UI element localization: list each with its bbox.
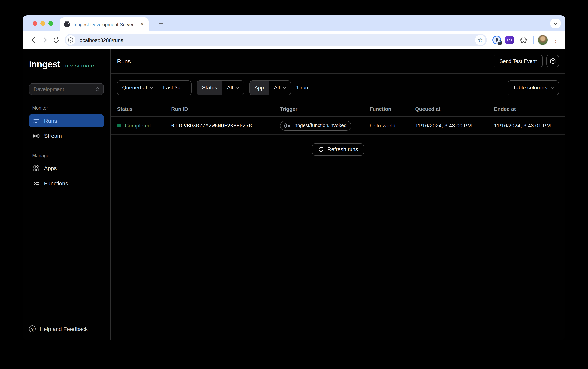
run-id-cell[interactable]: 01JCVBDXRZZY2W6NQFVKBEPZ7R xyxy=(171,122,280,129)
chevron-down-icon xyxy=(554,20,557,25)
sidebar-section-manage: Manage xyxy=(32,153,104,158)
sidebar-item-functions[interactable]: Functions xyxy=(29,177,104,190)
sidebar-item-stream[interactable]: Stream xyxy=(29,129,104,142)
status-filter-label-seg: Status xyxy=(197,80,222,95)
close-window-button[interactable] xyxy=(32,21,37,26)
tab-search-button[interactable] xyxy=(550,19,561,28)
function-cell: hello-world xyxy=(369,122,415,129)
help-label: Help and Feedback xyxy=(40,326,88,332)
sidebar-item-label: Stream xyxy=(44,133,62,139)
sidebar-item-runs[interactable]: Runs xyxy=(29,114,104,128)
table-row[interactable]: Completed 01JCVBDXRZZY2W6NQFVKBEPZ7R xyxy=(111,117,565,135)
app-filter-group: App All xyxy=(249,80,291,95)
minimize-window-button[interactable] xyxy=(41,21,45,26)
extensions-puzzle-icon[interactable] xyxy=(518,34,529,46)
refresh-runs-button[interactable]: Refresh runs xyxy=(312,143,364,156)
table-header: Status Run ID Trigger Function Queued at… xyxy=(111,102,565,117)
desktop: Inngest Development Server ✕ + xyxy=(0,0,588,369)
time-range-dropdown[interactable]: Last 3d xyxy=(158,80,191,95)
chevron-down-icon xyxy=(235,85,240,89)
sidebar: inngest DEV SERVER Development Monitor xyxy=(23,49,111,340)
inngest-logo: inngest xyxy=(29,59,60,70)
tab-title: Inngest Development Server xyxy=(73,21,136,27)
sidebar-item-label: Runs xyxy=(44,118,57,124)
status-text: Completed xyxy=(125,122,151,129)
help-and-feedback[interactable]: ? Help and Feedback xyxy=(29,325,88,332)
forward-button[interactable] xyxy=(39,34,50,46)
ended-at-cell: 11/16/2024, 3:43:01 PM xyxy=(494,122,565,129)
dev-server-badge: DEV SERVER xyxy=(63,63,94,68)
browser-tab[interactable]: Inngest Development Server ✕ xyxy=(60,17,149,31)
select-updown-icon xyxy=(95,87,99,91)
page-title: Runs xyxy=(117,58,494,64)
time-field-dropdown[interactable]: Queued at xyxy=(117,80,158,95)
password-manager-extension-icon[interactable] xyxy=(493,36,501,44)
time-filter-group: Queued at Last 3d xyxy=(117,80,192,95)
toolbar-divider xyxy=(533,36,534,44)
reload-button[interactable] xyxy=(50,34,62,46)
app-filter-value: All xyxy=(274,85,280,91)
status-filter-label: Status xyxy=(202,85,217,91)
refresh-runs-label: Refresh runs xyxy=(327,147,358,152)
trigger-event-pill[interactable]: inngest/function.invoked xyxy=(280,120,351,130)
window-controls xyxy=(32,21,53,26)
url-text[interactable]: localhost:8288/runs xyxy=(78,37,475,43)
browser-toolbar: localhost:8288/runs ☆ ⋮ xyxy=(23,31,565,49)
column-header-queued-at: Queued at xyxy=(415,106,494,112)
app-filter-dropdown[interactable]: All xyxy=(269,80,290,95)
main-content: Runs Send Test Event Queued at xyxy=(111,49,565,340)
site-info-icon[interactable] xyxy=(66,35,75,45)
url-bar[interactable]: localhost:8288/runs ☆ xyxy=(65,34,487,46)
status-filter-dropdown[interactable]: All xyxy=(222,80,244,95)
runs-list-icon xyxy=(33,117,40,124)
inngest-app: inngest DEV SERVER Development Monitor xyxy=(23,49,565,340)
column-header-trigger: Trigger xyxy=(280,106,369,112)
settings-gear-button[interactable] xyxy=(546,55,559,67)
column-header-function: Function xyxy=(369,106,415,112)
queued-at-cell: 11/16/2024, 3:43:00 PM xyxy=(415,122,494,129)
back-button[interactable] xyxy=(28,34,39,46)
bookmark-star-icon[interactable]: ☆ xyxy=(475,35,485,45)
column-header-ended-at: Ended at xyxy=(494,106,565,112)
app-filter-label-seg: App xyxy=(250,80,269,95)
chevron-down-icon xyxy=(183,85,187,89)
environment-select[interactable]: Development xyxy=(29,83,104,95)
status-completed-dot-icon xyxy=(117,123,121,128)
sidebar-item-label: Apps xyxy=(44,165,57,171)
zoom-window-button[interactable] xyxy=(48,21,53,26)
sidebar-item-label: Functions xyxy=(44,180,68,187)
column-header-run-id: Run ID xyxy=(171,106,280,112)
table-columns-label: Table columns xyxy=(513,85,547,91)
time-field-label: Queued at xyxy=(122,85,147,91)
tab-close-icon[interactable]: ✕ xyxy=(140,22,145,27)
functions-icon xyxy=(33,180,40,187)
column-header-status: Status xyxy=(117,106,171,112)
purple-extension-icon[interactable] xyxy=(505,36,514,44)
trigger-event-name: inngest/function.invoked xyxy=(294,123,346,128)
new-tab-button[interactable]: + xyxy=(156,19,166,29)
app-filter-label: App xyxy=(254,85,264,91)
send-test-event-button[interactable]: Send Test Event xyxy=(494,55,543,67)
status-filter-group: Status All xyxy=(197,80,244,95)
sidebar-item-apps[interactable]: Apps xyxy=(29,161,104,175)
refresh-area: Refresh runs xyxy=(111,143,565,156)
profile-avatar[interactable] xyxy=(538,35,548,45)
logo-row: inngest DEV SERVER xyxy=(29,59,104,70)
sidebar-section-monitor: Monitor xyxy=(32,105,104,111)
chevron-down-icon xyxy=(283,85,286,89)
time-range-value: Last 3d xyxy=(163,85,181,91)
refresh-icon xyxy=(318,147,324,152)
run-id-text: 01JCVBDXRZZY2W6NQFVKBEPZ7R xyxy=(171,122,252,129)
stream-broadcast-icon xyxy=(33,132,40,139)
browser-menu-icon[interactable]: ⋮ xyxy=(552,35,560,45)
table-columns-button[interactable]: Table columns xyxy=(507,80,559,95)
extension-area: ⋮ xyxy=(493,34,560,46)
status-filter-value: All xyxy=(227,85,233,91)
event-broadcast-icon xyxy=(284,123,291,128)
trigger-cell: inngest/function.invoked xyxy=(280,120,369,130)
run-count: 1 run xyxy=(296,85,308,91)
browser-window: Inngest Development Server ✕ + xyxy=(23,15,565,340)
page-header: Runs Send Test Event xyxy=(111,49,565,74)
help-question-icon: ? xyxy=(29,325,36,332)
chevron-down-icon xyxy=(150,85,154,89)
